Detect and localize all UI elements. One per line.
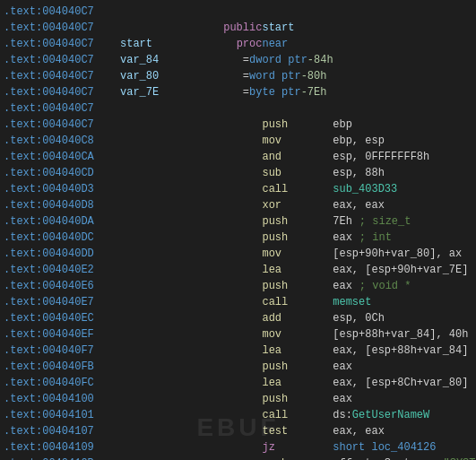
- spacing: [120, 246, 262, 262]
- address: .text:00404109: [4, 439, 120, 456]
- spacing: [120, 230, 262, 246]
- code-line: .text:004040DC push eax; int: [0, 230, 476, 246]
- address: .text:004040C7: [4, 84, 120, 100]
- address: .text:0040410B: [4, 456, 120, 460]
- spacing: [120, 181, 262, 197]
- address: .text:004040E7: [4, 294, 120, 310]
- operand-func[interactable]: GetUserNameW: [352, 407, 429, 423]
- address: .text:004040DA: [4, 213, 120, 230]
- mnemonic: mov: [262, 326, 307, 343]
- operand: esp, 88h: [333, 165, 385, 181]
- proc-modifier: near: [262, 36, 288, 52]
- spacing: [120, 117, 262, 133]
- spacing2: [307, 326, 333, 343]
- operand-func[interactable]: sub_403D33: [333, 181, 397, 197]
- spacing: [120, 391, 262, 407]
- operand: eax, [esp+88h+var_84]: [333, 343, 468, 359]
- code-line: .text:004040E6 push eax; void *: [0, 278, 476, 294]
- spacing2: [307, 117, 333, 133]
- mnemonic: call: [262, 181, 307, 197]
- operand: ebp: [333, 117, 352, 133]
- spacing2: [307, 343, 333, 359]
- spacing2: [307, 133, 333, 149]
- address: .text:004040E2: [4, 262, 120, 278]
- operand: eax: [333, 359, 352, 375]
- spacing2: [307, 439, 333, 456]
- comment: ; "SYSTEM": [430, 456, 476, 460]
- address: .text:004040F7: [4, 343, 120, 359]
- code-line: .text:004040FB push eax: [0, 359, 476, 375]
- var-name: var_7E: [120, 84, 159, 100]
- operand-func[interactable]: memset: [333, 294, 371, 310]
- keyword-public: public: [120, 20, 262, 36]
- code-line: .text:004040F7 lea eax, [esp+88h+var_84]: [0, 343, 476, 359]
- address: .text:004040C8: [4, 133, 120, 149]
- mnemonic: lea: [262, 343, 307, 359]
- code-line: .text:004040C8 mov ebp, esp: [0, 133, 476, 149]
- code-line: .text:004040C7: [0, 4, 476, 20]
- code-line: .text:00404101 call ds:GetUserNameW: [0, 407, 476, 423]
- spacing: [120, 343, 262, 359]
- address: .text:004040C7: [4, 4, 120, 20]
- operand: esp, 0Ch: [333, 310, 385, 326]
- code-line: .text:004040EF mov [esp+88h+var_84], 40h: [0, 326, 476, 343]
- code-line: .text:004040CA and esp, 0FFFFFFF8h: [0, 149, 476, 165]
- operand: eax: [333, 278, 352, 294]
- mnemonic: push: [262, 456, 307, 460]
- operand: eax, eax: [333, 423, 385, 439]
- spacing2: [307, 230, 333, 246]
- mnemonic: and: [262, 149, 307, 165]
- spacing2: [307, 213, 333, 230]
- address: .text:004040D3: [4, 181, 120, 197]
- spacing2: [307, 197, 333, 213]
- address: .text:004040FC: [4, 375, 120, 391]
- mnemonic: jz: [262, 439, 307, 456]
- spacing: [120, 359, 262, 375]
- spacing2: [307, 294, 333, 310]
- spacing2: [307, 165, 333, 181]
- equals: =: [159, 84, 249, 100]
- spacing: [120, 278, 262, 294]
- code-line: .text:00404109 jz short loc_404126: [0, 439, 476, 456]
- label: start: [120, 36, 152, 52]
- address: .text:004040CA: [4, 149, 120, 165]
- address: .text:004040C7: [4, 52, 120, 68]
- spacing2: [307, 246, 333, 262]
- spacing2: [307, 407, 333, 423]
- spacing2: [307, 456, 333, 460]
- address: .text:004040C7: [4, 117, 120, 133]
- spacing: [120, 310, 262, 326]
- spacing: [120, 326, 262, 343]
- keyword-proc: proc: [152, 36, 262, 52]
- code-line: .text:004040DD mov [esp+90h+var_80], ax: [0, 246, 476, 262]
- code-line: .text:00404107 test eax, eax: [0, 423, 476, 439]
- spacing2: [307, 359, 333, 375]
- code-line: .text:004040E7 call memset: [0, 294, 476, 310]
- mnemonic: call: [262, 407, 307, 423]
- mnemonic: mov: [262, 133, 307, 149]
- code-line: .text:004040CD sub esp, 88h: [0, 165, 476, 181]
- code-line: .text:004040C7 var_84 = dword ptr -84h: [0, 52, 476, 68]
- comment: ; size_t: [359, 213, 411, 230]
- spacing2: [307, 262, 333, 278]
- spacing2: [307, 375, 333, 391]
- code-line: .text:004040FC lea eax, [esp+8Ch+var_80]: [0, 375, 476, 391]
- mnemonic: mov: [262, 246, 307, 262]
- spacing: [120, 456, 262, 460]
- address: .text:00404101: [4, 407, 120, 423]
- code-view: .text:004040C7.text:004040C7 public star…: [0, 0, 476, 460]
- address: .text:004040E6: [4, 278, 120, 294]
- mnemonic: push: [262, 230, 307, 246]
- var-type: byte ptr: [249, 84, 301, 100]
- address: .text:004040C7: [4, 20, 120, 36]
- address: .text:004040EC: [4, 310, 120, 326]
- operand: eax: [333, 391, 352, 407]
- spacing2: [307, 391, 333, 407]
- operand: eax, [esp+90h+var_7E]: [333, 262, 468, 278]
- address: .text:004040CD: [4, 165, 120, 181]
- spacing: [120, 294, 262, 310]
- operand: eax, eax: [333, 197, 385, 213]
- operand-offset: offset aSystem: [333, 456, 423, 460]
- spacing: [120, 133, 262, 149]
- spacing: [120, 262, 262, 278]
